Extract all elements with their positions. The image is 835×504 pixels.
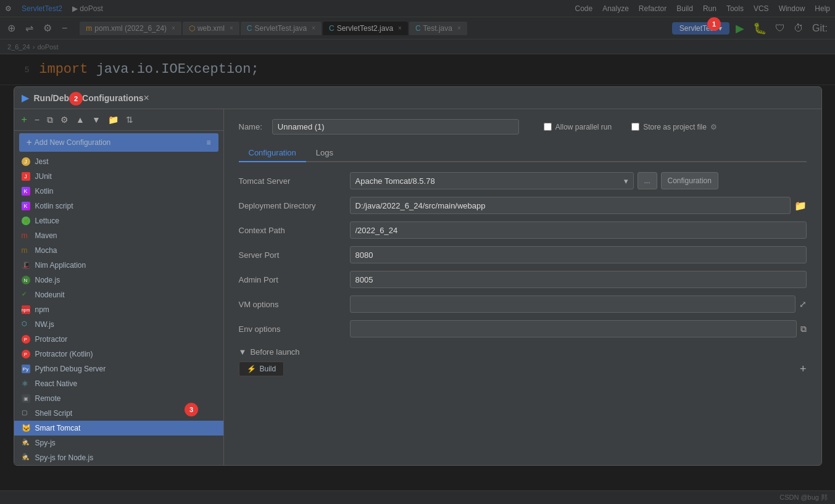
spyjs-icon: 🕵 xyxy=(22,439,30,447)
allow-parallel-checkbox[interactable] xyxy=(544,123,552,131)
config-panel: Name: Allow parallel run Store as projec… xyxy=(224,109,821,465)
badge-3: 3 xyxy=(185,403,198,416)
list-item-maven[interactable]: m Maven xyxy=(14,228,223,243)
folder-btn[interactable]: 📁 xyxy=(106,114,121,126)
move-down-btn[interactable]: ▼ xyxy=(89,114,103,126)
list-item-mocha[interactable]: m Mocha xyxy=(14,243,223,258)
form-row-server-port: Server Port xyxy=(239,246,807,263)
allow-parallel-label: Allow parallel run xyxy=(555,123,612,131)
before-launch-section: ▼ Before launch ⚡ Build + xyxy=(239,347,807,376)
build-label: Build xyxy=(260,365,276,373)
npm-icon: npm xyxy=(22,305,30,314)
sidebar-toolbar: + − ⧉ ⚙ ▲ ▼ 📁 ⇅ xyxy=(14,109,223,131)
tab-logs[interactable]: Logs xyxy=(306,144,343,162)
shell-script-icon: ▢ xyxy=(22,409,30,418)
context-path-input[interactable] xyxy=(350,221,807,239)
server-port-input[interactable] xyxy=(350,246,807,263)
nodejs-icon: N xyxy=(22,276,30,284)
form-row-context-path: Context Path xyxy=(239,221,807,239)
tomcat-server-dots-btn[interactable]: ... xyxy=(638,172,657,189)
nwjs-icon: ⬡ xyxy=(22,320,30,329)
remove-config-btn[interactable]: − xyxy=(32,114,42,126)
list-item-nodeunit[interactable]: ✔ Nodeunit xyxy=(14,287,223,302)
deployment-dir-folder-icon[interactable]: 📁 xyxy=(794,200,807,212)
tomcat-server-dropdown-icon[interactable]: ▾ xyxy=(624,176,628,186)
list-item-kotlin[interactable]: K Kotlin xyxy=(14,184,223,199)
sort-btn[interactable]: ⇅ xyxy=(123,114,136,126)
before-launch-header[interactable]: ▼ Before launch xyxy=(239,347,807,357)
form-row-tomcat-server: Tomcat Server Apache Tomcat/8.5.78 ▾ ...… xyxy=(239,172,807,189)
admin-port-label: Admin Port xyxy=(239,275,350,284)
name-label: Name: xyxy=(239,122,262,131)
vm-options-expand-icon[interactable]: ⤢ xyxy=(799,299,807,309)
tomcat-server-control: Apache Tomcat/8.5.78 ▾ ... Configuration xyxy=(350,172,807,189)
before-launch-collapse-icon: ▼ xyxy=(239,347,247,357)
list-item-python-debug[interactable]: Py Python Debug Server xyxy=(14,361,223,376)
env-options-label: Env options xyxy=(239,324,350,334)
list-item-protractor[interactable]: P Protractor xyxy=(14,332,223,347)
config-list: J Jest J JUnit K Kotlin K Kotlin script … xyxy=(14,154,223,465)
allow-parallel-row: Allow parallel run xyxy=(544,123,612,131)
list-item-spyjs-nodejs[interactable]: 🕵 Spy-js for Node.js xyxy=(14,450,223,465)
deployment-dir-input[interactable] xyxy=(350,197,791,214)
badge-2: 2 xyxy=(69,92,83,105)
before-launch-row: ⚡ Build + xyxy=(239,361,807,376)
configuration-btn[interactable]: Configuration xyxy=(661,172,718,189)
store-project-gear-icon[interactable]: ⚙ xyxy=(710,123,717,131)
dialog-title: Run/Debug Configurations xyxy=(34,93,144,103)
list-item-junit[interactable]: J JUnit xyxy=(14,169,223,184)
form-row-deployment-dir: Deployment Directory 📁 xyxy=(239,197,807,214)
lettuce-icon: 🌿 xyxy=(22,217,30,225)
vm-options-input[interactable] xyxy=(350,295,796,313)
list-item-nodejs[interactable]: N Node.js xyxy=(14,273,223,287)
before-launch-label: Before launch xyxy=(250,347,299,357)
store-project-checkbox[interactable] xyxy=(631,123,639,131)
jest-icon: J xyxy=(22,157,30,166)
form-row-vm-options: VM options ⤢ xyxy=(239,295,807,313)
add-new-config-item[interactable]: + Add New Configuration ≡ xyxy=(19,133,218,152)
add-new-icon: + xyxy=(27,137,32,148)
list-item-react-native[interactable]: ⚛ React Native xyxy=(14,376,223,391)
before-launch-build-item[interactable]: ⚡ Build xyxy=(239,361,285,376)
python-debug-icon: Py xyxy=(22,365,30,373)
context-path-label: Context Path xyxy=(239,226,350,235)
copy-config-btn[interactable]: ⧉ xyxy=(44,114,56,126)
form-row-env-options: Env options ⧉ xyxy=(239,320,807,337)
dialog-icon: ▶ xyxy=(22,92,29,104)
add-config-btn[interactable]: + xyxy=(19,113,30,126)
deployment-dir-label: Deployment Directory xyxy=(239,201,350,210)
tomcat-server-label: Tomcat Server xyxy=(239,176,350,186)
name-input[interactable] xyxy=(272,119,519,134)
list-item-spyjs[interactable]: 🕵 Spy-js xyxy=(14,436,223,450)
badge-1: 1 xyxy=(707,17,721,31)
remote-icon: ▣ xyxy=(22,394,30,403)
store-project-row: Store as project file ⚙ xyxy=(631,123,717,131)
env-options-control: ⧉ xyxy=(350,320,807,337)
edit-config-btn[interactable]: ⚙ xyxy=(58,114,71,126)
kotlin-script-icon: K xyxy=(22,202,30,210)
env-options-copy-icon[interactable]: ⧉ xyxy=(800,324,807,334)
admin-port-input[interactable] xyxy=(350,271,807,288)
list-item-kotlin-script[interactable]: K Kotlin script xyxy=(14,199,223,213)
list-item-smart-tomcat[interactable]: 🐱 Smart Tomcat xyxy=(14,421,223,436)
list-item-protractor-kotlin[interactable]: P Protractor (Kotlin) xyxy=(14,347,223,361)
env-options-input[interactable] xyxy=(350,320,797,337)
react-native-icon: ⚛ xyxy=(22,379,30,388)
dialog-close-btn[interactable]: × xyxy=(144,93,149,104)
add-launch-btn[interactable]: + xyxy=(800,363,807,376)
deployment-dir-control: 📁 xyxy=(350,197,807,214)
tab-configuration[interactable]: Configuration xyxy=(239,144,306,162)
server-port-control xyxy=(350,246,807,263)
run-debug-dialog: ▶ Run/Debug Configurations × + − ⧉ ⚙ ▲ ▼… xyxy=(14,86,822,466)
spyjs-nodejs-icon: 🕵 xyxy=(22,453,30,462)
list-item-jest[interactable]: J Jest xyxy=(14,154,223,169)
list-item-lettuce[interactable]: 🌿 Lettuce xyxy=(14,213,223,228)
list-item-nim[interactable]: 🎩 Nim Application xyxy=(14,258,223,273)
list-item-nwjs[interactable]: ⬡ NW.js xyxy=(14,317,223,332)
junit-icon: J xyxy=(22,172,30,181)
maven-icon: m xyxy=(22,231,30,240)
protractor-kotlin-icon: P xyxy=(22,350,30,358)
list-item-npm[interactable]: npm npm xyxy=(14,302,223,317)
move-up-btn[interactable]: ▲ xyxy=(73,114,87,126)
build-icon: ⚡ xyxy=(247,365,256,373)
